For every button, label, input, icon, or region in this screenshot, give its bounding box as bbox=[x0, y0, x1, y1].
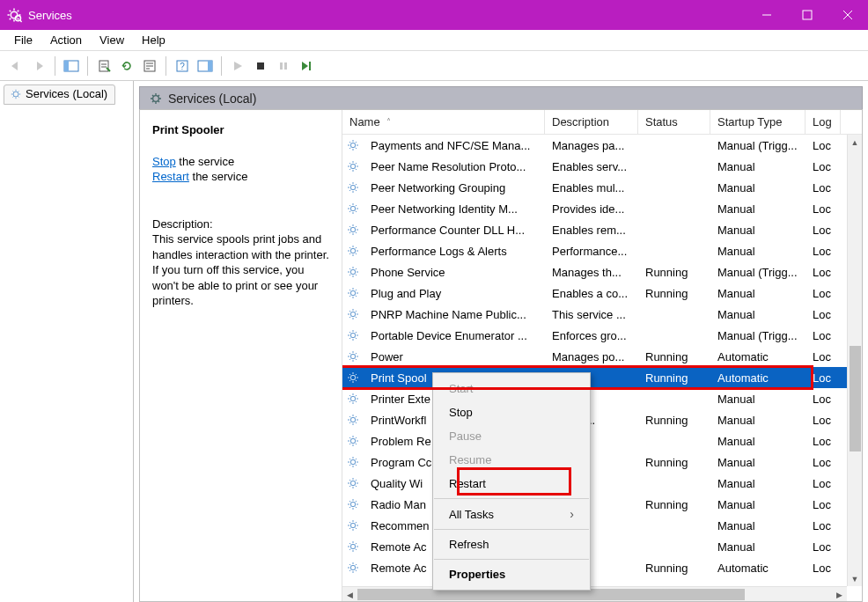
service-logon: Loc bbox=[805, 266, 841, 279]
tree-root-item[interactable]: Services (Local) bbox=[4, 84, 115, 105]
gear-icon bbox=[346, 244, 360, 258]
menu-file[interactable]: File bbox=[5, 32, 41, 48]
horizontal-scrollbar[interactable]: ◀ ▶ bbox=[342, 586, 847, 601]
service-row[interactable]: Radio ManMana...RunningManualLoc bbox=[342, 494, 862, 515]
service-name: Performance Counter DLL H... bbox=[364, 224, 545, 237]
refresh-button[interactable] bbox=[116, 55, 137, 77]
menu-action[interactable]: Action bbox=[41, 32, 91, 48]
menu-help[interactable]: Help bbox=[133, 32, 174, 48]
column-description[interactable]: Description bbox=[545, 110, 638, 134]
service-row[interactable]: Phone ServiceManages th...RunningManual … bbox=[342, 261, 862, 283]
ctx-restart[interactable]: Restart bbox=[433, 472, 590, 496]
service-row[interactable]: Remote Aces di...RunningAutomaticLoc bbox=[342, 557, 862, 578]
service-row[interactable]: Recommens aut...ManualLoc bbox=[342, 515, 862, 536]
close-button[interactable] bbox=[828, 0, 868, 30]
service-row[interactable]: PNRP Machine Name Public...This service … bbox=[342, 304, 862, 325]
right-panel: Services (Local) Print Spooler Stop the … bbox=[134, 81, 868, 602]
service-name: Peer Networking Grouping bbox=[364, 181, 545, 195]
svg-point-37 bbox=[350, 396, 355, 400]
svg-point-0 bbox=[11, 11, 18, 18]
menu-view[interactable]: View bbox=[91, 32, 133, 48]
show-hide-tree-button[interactable] bbox=[61, 55, 82, 77]
vertical-scroll-thumb[interactable] bbox=[850, 346, 861, 452]
service-row[interactable]: PrintWorkfles sup...RunningManualLoc bbox=[342, 409, 862, 430]
service-row[interactable]: Portable Device Enumerator ...Enforces g… bbox=[342, 325, 862, 346]
ctx-properties[interactable]: Properties bbox=[433, 562, 590, 586]
service-logon: Loc bbox=[805, 160, 841, 173]
svg-point-42 bbox=[350, 502, 355, 506]
restart-service-button[interactable] bbox=[296, 55, 317, 77]
service-row[interactable]: Peer Networking GroupingEnables mul...Ma… bbox=[342, 177, 862, 198]
svg-point-26 bbox=[350, 164, 355, 168]
svg-rect-8 bbox=[99, 61, 108, 71]
service-logon: Loc bbox=[805, 540, 841, 554]
gear-icon bbox=[346, 349, 360, 363]
service-startup: Manual bbox=[710, 202, 805, 216]
gear-icon bbox=[346, 561, 360, 575]
restart-link[interactable]: Restart bbox=[152, 170, 189, 183]
ctx-resume: Resume bbox=[433, 448, 590, 472]
service-row[interactable]: Printer Extevice ...ManualLoc bbox=[342, 388, 862, 409]
service-row[interactable]: Payments and NFC/SE Mana...Manages pa...… bbox=[342, 135, 862, 156]
scroll-up-icon[interactable]: ▲ bbox=[848, 135, 862, 150]
service-status: Running bbox=[638, 498, 710, 511]
service-name: Peer Name Resolution Proto... bbox=[364, 160, 545, 173]
vertical-scrollbar[interactable]: ▲ ▼ bbox=[847, 135, 862, 586]
ctx-refresh[interactable]: Refresh bbox=[433, 532, 590, 556]
svg-rect-18 bbox=[208, 61, 212, 71]
column-name[interactable]: Name ˄ bbox=[342, 110, 545, 134]
back-button[interactable] bbox=[5, 55, 26, 77]
service-row[interactable]: Program Ccvice ...RunningManualLoc bbox=[342, 452, 862, 473]
svg-point-24 bbox=[153, 95, 159, 101]
ctx-start: Start bbox=[433, 377, 590, 400]
service-logon: Loc bbox=[805, 562, 841, 575]
service-row[interactable]: Plug and PlayEnables a co...RunningManua… bbox=[342, 283, 862, 304]
service-row[interactable]: Peer Name Resolution Proto...Enables ser… bbox=[342, 156, 862, 177]
service-row[interactable]: Quality WiWin...ManualLoc bbox=[342, 473, 862, 494]
column-startup[interactable]: Startup Type bbox=[710, 110, 805, 134]
service-row[interactable]: Performance Logs & AlertsPerformance...M… bbox=[342, 240, 862, 261]
ctx-all-tasks[interactable]: All Tasks bbox=[433, 502, 590, 526]
service-name: Peer Networking Identity M... bbox=[364, 202, 545, 216]
forward-button[interactable] bbox=[28, 55, 49, 77]
svg-point-25 bbox=[350, 143, 355, 147]
service-startup: Automatic bbox=[710, 562, 805, 575]
start-service-button[interactable] bbox=[227, 55, 248, 77]
gear-icon bbox=[346, 455, 360, 469]
tree-panel: Services (Local) bbox=[0, 81, 134, 602]
scroll-right-icon[interactable]: ▶ bbox=[832, 587, 847, 601]
list-body[interactable]: Payments and NFC/SE Mana...Manages pa...… bbox=[342, 135, 862, 601]
window-title: Services bbox=[28, 9, 72, 22]
scroll-left-icon[interactable]: ◀ bbox=[342, 587, 357, 601]
service-row[interactable]: PowerManages po...RunningAutomaticLoc bbox=[342, 346, 862, 367]
selected-service-name: Print Spooler bbox=[152, 122, 331, 138]
help-button[interactable]: ? bbox=[172, 55, 193, 77]
svg-point-43 bbox=[350, 523, 355, 527]
properties-button[interactable] bbox=[139, 55, 160, 77]
service-logon: Loc bbox=[805, 498, 841, 511]
service-row[interactable]: Problem Revice ...ManualLoc bbox=[342, 430, 862, 452]
svg-rect-7 bbox=[64, 61, 69, 71]
action-pane-button[interactable] bbox=[195, 55, 216, 77]
column-status[interactable]: Status bbox=[638, 110, 710, 134]
minimize-button[interactable] bbox=[747, 0, 787, 30]
service-row[interactable]: Remote Aca co...ManualLoc bbox=[342, 536, 862, 557]
stop-service-button[interactable] bbox=[250, 55, 271, 77]
service-row[interactable]: Performance Counter DLL H...Enables rem.… bbox=[342, 219, 862, 240]
gear-icon bbox=[346, 138, 360, 152]
service-row[interactable]: Print Spoolvice ...RunningAutomaticLoc bbox=[342, 367, 862, 388]
svg-text:?: ? bbox=[180, 62, 185, 71]
pause-service-button[interactable] bbox=[273, 55, 294, 77]
gear-icon bbox=[346, 328, 360, 342]
maximize-button[interactable] bbox=[787, 0, 828, 30]
service-row[interactable]: Peer Networking Identity M...Provides id… bbox=[342, 198, 862, 219]
column-logon[interactable]: Log bbox=[805, 110, 841, 134]
ctx-stop[interactable]: Stop bbox=[433, 400, 590, 424]
export-list-button[interactable] bbox=[93, 55, 114, 77]
gear-icon bbox=[346, 202, 360, 216]
service-logon: Loc bbox=[805, 519, 841, 532]
service-startup: Manual bbox=[710, 435, 805, 448]
list-pane: Name ˄ Description Status Startup Type L… bbox=[342, 110, 862, 601]
scroll-down-icon[interactable]: ▼ bbox=[848, 571, 862, 586]
stop-link[interactable]: Stop bbox=[152, 155, 176, 168]
